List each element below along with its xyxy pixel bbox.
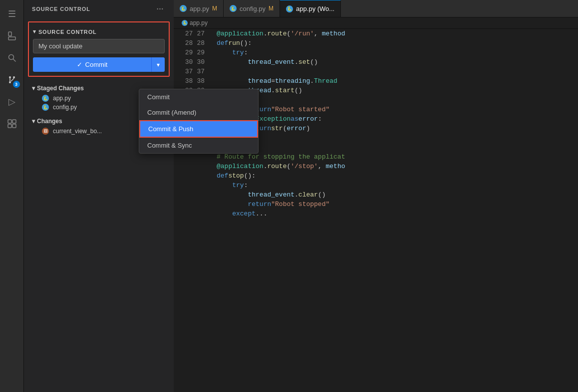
tab-app-py[interactable]: 🐍 app.py M bbox=[174, 0, 224, 17]
source-control-badge: 3 bbox=[13, 81, 20, 88]
tab-py-icon-2: 🐍 bbox=[230, 5, 237, 12]
svg-rect-1 bbox=[8, 37, 15, 40]
commit-button-label: Commit bbox=[85, 61, 108, 68]
code-line-30: thread_event.set() bbox=[217, 57, 578, 67]
dropdown-item-commit-push[interactable]: Commit & Push bbox=[139, 120, 258, 138]
dropdown-item-commit-amend[interactable]: Commit (Amend) bbox=[139, 105, 258, 120]
code-line-41: def stop(): bbox=[217, 171, 578, 181]
code-line-45: except ... bbox=[217, 209, 578, 218]
code-content: @application.route('/run', method def ru… bbox=[209, 29, 578, 392]
svg-rect-11 bbox=[8, 124, 11, 128]
source-control-icon[interactable]: 3 bbox=[2, 70, 22, 90]
source-control-panel: ▾ SOURCE CONTROL ✓ Commit ▾ bbox=[28, 21, 170, 77]
svg-rect-0 bbox=[8, 32, 11, 36]
breadcrumb: 🐍 app.py bbox=[174, 17, 578, 29]
svg-point-6 bbox=[9, 81, 11, 83]
sidebar-header: SOURCE CONTROL ··· bbox=[24, 0, 174, 17]
line-27: 2727 bbox=[178, 29, 205, 38]
svg-point-5 bbox=[13, 76, 15, 78]
line-30: 3030 bbox=[178, 57, 205, 67]
line-28: 2828 bbox=[178, 38, 205, 48]
svg-point-4 bbox=[9, 76, 11, 78]
code-line-42: try: bbox=[217, 181, 578, 190]
extensions-icon[interactable] bbox=[2, 114, 22, 134]
code-line-43: thread_event.clear() bbox=[217, 190, 578, 199]
tab-modified-indicator-2: M bbox=[269, 5, 274, 12]
commit-main-button[interactable]: ✓ Commit bbox=[33, 57, 151, 72]
code-line-thread1: thread = threading.Thread bbox=[217, 76, 578, 86]
python-file-icon-2: 🐍 bbox=[42, 104, 49, 111]
sc-title-chevron: ▾ bbox=[33, 28, 36, 35]
svg-line-8 bbox=[11, 78, 14, 81]
activity-bar: ☰ 3 ▷ bbox=[0, 0, 24, 392]
code-line-38 bbox=[217, 143, 578, 152]
staged-chevron-icon: ▾ bbox=[32, 85, 35, 92]
sidebar-header-actions: ··· bbox=[155, 4, 166, 14]
commit-message-input[interactable] bbox=[33, 39, 165, 53]
changes-filename: current_view_bo... bbox=[53, 128, 102, 135]
staged-filename-config: config.py bbox=[53, 104, 77, 111]
tab-label-app-py-working: app.py (Wo... bbox=[296, 5, 334, 12]
svg-rect-10 bbox=[12, 120, 16, 123]
tab-py-icon-3: 🐍 bbox=[286, 5, 293, 12]
sidebar-title: SOURCE CONTROL bbox=[32, 6, 90, 12]
search-icon[interactable] bbox=[2, 48, 22, 68]
code-line-37 bbox=[217, 133, 578, 143]
editor-area: 🐍 app.py M 🐍 config.py M 🐍 app.py (Wo...… bbox=[174, 0, 578, 392]
code-line-thread2: thread.start() bbox=[217, 86, 578, 95]
commit-dropdown-button[interactable]: ▾ bbox=[151, 57, 165, 72]
run-icon[interactable]: ▷ bbox=[2, 92, 22, 112]
tab-label-app-py: app.py bbox=[190, 5, 209, 12]
dropdown-item-commit[interactable]: Commit bbox=[139, 89, 258, 105]
commit-checkmark-icon: ✓ bbox=[77, 61, 82, 68]
code-line-39: # Route for stopping the applicat bbox=[217, 152, 578, 162]
code-line-blank1 bbox=[217, 67, 578, 76]
python-file-icon: 🐍 bbox=[42, 95, 49, 102]
more-actions-button[interactable]: ··· bbox=[155, 4, 166, 14]
breadcrumb-filename: app.py bbox=[190, 19, 208, 26]
sidebar: SOURCE CONTROL ··· ▾ SOURCE CONTROL ✓ Co… bbox=[24, 0, 174, 392]
sc-panel-title: ▾ SOURCE CONTROL bbox=[33, 26, 165, 39]
code-line-blank2 bbox=[217, 95, 578, 105]
tab-label-config-py: config.py bbox=[240, 5, 266, 12]
code-line-44: return "Robot stopped" bbox=[217, 199, 578, 209]
svg-line-3 bbox=[13, 59, 15, 62]
sc-title-label: SOURCE CONTROL bbox=[38, 29, 97, 35]
tab-bar: 🐍 app.py M 🐍 config.py M 🐍 app.py (Wo... bbox=[174, 0, 578, 17]
code-line-27: @application.route('/run', method bbox=[217, 29, 578, 38]
code-line-str-error: return str(error) bbox=[217, 124, 578, 133]
commit-dropdown-menu: Commit Commit (Amend) Commit & Push Comm… bbox=[139, 89, 259, 154]
explorer-icon[interactable] bbox=[2, 26, 22, 46]
changes-chevron-icon: ▾ bbox=[32, 118, 35, 125]
menu-icon[interactable]: ☰ bbox=[2, 4, 22, 24]
code-editor: 2727 2828 2929 3030 3737 3838 3939 4040 … bbox=[174, 29, 578, 392]
tab-py-icon-1: 🐍 bbox=[180, 5, 187, 12]
svg-rect-12 bbox=[12, 124, 16, 128]
image-file-icon: 🖼 bbox=[42, 128, 49, 135]
tab-config-py[interactable]: 🐍 config.py M bbox=[224, 0, 280, 17]
line-37: 3737 bbox=[178, 67, 205, 76]
code-line-except1: except Exception as error: bbox=[217, 114, 578, 124]
dropdown-item-commit-sync[interactable]: Commit & Sync bbox=[139, 138, 258, 153]
code-line-28: def run(): bbox=[217, 38, 578, 48]
commit-button-row: ✓ Commit ▾ bbox=[33, 57, 165, 72]
staged-filename-app: app.py bbox=[53, 95, 71, 102]
breadcrumb-py-icon: 🐍 bbox=[182, 20, 188, 26]
line-29: 2929 bbox=[178, 48, 205, 57]
tab-app-py-working[interactable]: 🐍 app.py (Wo... bbox=[280, 0, 341, 17]
line-numbers: 2727 2828 2929 3030 3737 3838 3939 4040 … bbox=[174, 29, 209, 392]
line-38: 3838 bbox=[178, 76, 205, 86]
changes-label: Changes bbox=[37, 118, 62, 125]
code-line-29: try: bbox=[217, 48, 578, 57]
svg-rect-9 bbox=[8, 120, 11, 123]
code-line-40: @application.route('/stop', metho bbox=[217, 162, 578, 171]
tab-modified-indicator-1: M bbox=[212, 5, 217, 12]
staged-changes-label: Staged Changes bbox=[37, 85, 84, 92]
code-line-return1: return "Robot started" bbox=[217, 105, 578, 114]
